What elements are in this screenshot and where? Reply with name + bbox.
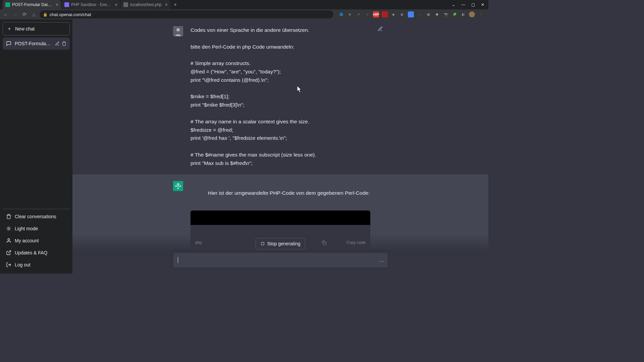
trash-icon (6, 214, 11, 219)
trash-icon[interactable] (62, 41, 66, 46)
ext-icon-5[interactable]: ▦ (425, 11, 431, 17)
chevron-down-icon[interactable]: ⌄ (452, 2, 455, 7)
svg-point-8 (383, 261, 384, 262)
tab-title: PHP Sandbox - Execute PHP cod (71, 2, 111, 7)
light-mode-button[interactable]: Light mode (3, 223, 70, 235)
logout-label: Log out (15, 262, 31, 267)
account-label: My account (15, 238, 39, 243)
new-tab-button[interactable]: + (171, 2, 179, 8)
edit-message-button[interactable] (378, 26, 388, 168)
side-panel-icon[interactable]: ◧ (460, 11, 466, 17)
conversation-item[interactable]: POST-Formular Daten v (3, 38, 70, 50)
send-button[interactable] (379, 259, 384, 264)
url-text: chat.openai.com/chat (50, 12, 91, 17)
ext-icon-3[interactable] (408, 11, 414, 17)
clear-label: Clear conversations (15, 214, 56, 219)
assistant-text: Hier ist der umgewandelte PHP-Code von d… (208, 190, 370, 196)
logout-icon (6, 262, 11, 267)
svg-point-7 (381, 261, 382, 262)
share-icon[interactable]: ↗ (356, 11, 362, 17)
main-content: Codes von einer Sprache in die andere üb… (72, 19, 488, 274)
puzzle-icon[interactable]: 🧩 (451, 11, 458, 17)
conversation-title: POST-Formular Daten v (15, 41, 52, 46)
stop-icon (261, 242, 265, 246)
abp-icon[interactable]: ABP (373, 11, 379, 17)
user-message: Codes von einer Sprache in die andere üb… (72, 19, 488, 174)
ext-icon-4[interactable]: ↓ (417, 11, 423, 17)
window-controls: ⌄ — ▢ ✕ (448, 2, 488, 7)
back-icon[interactable]: ← (2, 11, 9, 18)
forward-icon[interactable]: → (11, 11, 19, 18)
nav-bar: ← → ⟳ ⌂ 🔒 chat.openai.com/chat 🌐 ⊕ ↗ ☆ A… (0, 9, 488, 19)
external-link-icon (6, 250, 11, 255)
tab-bar: POST-Formular Daten verarbeite × PHP San… (0, 0, 488, 9)
menu-icon[interactable]: ⋮ (478, 11, 484, 17)
home-icon[interactable]: ⌂ (30, 11, 38, 18)
user-message-text: Codes von einer Sprache in die andere üb… (191, 26, 370, 168)
stop-generating-button[interactable]: Stop generating (256, 238, 306, 249)
my-account-button[interactable]: My account (3, 235, 70, 247)
message-input[interactable] (178, 257, 374, 263)
text-cursor-icon (178, 257, 178, 263)
ext-icon-2[interactable]: ◐ (399, 11, 405, 17)
zoom-icon[interactable]: ⊕ (347, 11, 353, 17)
stop-label: Stop generating (267, 241, 301, 246)
close-window-icon[interactable]: ✕ (481, 2, 484, 7)
svg-point-6 (380, 261, 380, 262)
favicon-icon (64, 2, 69, 7)
ext-icon-6[interactable]: ⬢ (434, 11, 440, 17)
ext-icon-1[interactable]: ◉ (390, 11, 396, 17)
user-avatar (173, 26, 183, 36)
svg-point-3 (176, 28, 180, 32)
plus-icon: ＋ (7, 26, 12, 32)
logout-button[interactable]: Log out (3, 259, 70, 271)
tab-title: localhost/test.php (130, 2, 161, 7)
sidebar-footer: Clear conversations Light mode My accoun… (3, 209, 70, 271)
new-chat-button[interactable]: ＋ New chat (3, 22, 70, 36)
browser-tab-2[interactable]: localhost/test.php × (121, 0, 170, 9)
new-chat-label: New chat (15, 26, 35, 32)
close-icon[interactable]: × (115, 2, 117, 7)
clear-conversations-button[interactable]: Clear conversations (3, 210, 70, 223)
edit-icon[interactable] (55, 41, 60, 46)
extension-icons: 🌐 ⊕ ↗ ☆ ABP ◉ ◐ ↓ ▦ ⬢ 📷 🧩 ◧ ⋮ (335, 11, 486, 17)
updates-label: Updates & FAQ (15, 250, 47, 255)
adblock-icon[interactable] (382, 11, 388, 17)
close-icon[interactable]: × (165, 2, 168, 7)
user-icon (6, 238, 11, 243)
bottom-area: Stop generating (72, 235, 488, 274)
url-bar[interactable]: 🔒 chat.openai.com/chat (40, 10, 333, 18)
light-mode-label: Light mode (15, 226, 38, 231)
message-input-container[interactable] (173, 253, 388, 267)
browser-tab-1[interactable]: PHP Sandbox - Execute PHP cod × (62, 0, 120, 9)
browser-chrome: POST-Formular Daten verarbeite × PHP San… (0, 0, 488, 19)
maximize-icon[interactable]: ▢ (471, 2, 475, 7)
updates-faq-button[interactable]: Updates & FAQ (3, 247, 70, 259)
svg-point-1 (8, 239, 9, 240)
tab-title: POST-Formular Daten verarbeite (12, 2, 52, 7)
app: ＋ New chat POST-Formular Daten v (0, 19, 488, 274)
browser-tab-0[interactable]: POST-Formular Daten verarbeite × (3, 0, 61, 9)
lock-icon: 🔒 (43, 12, 48, 17)
minimize-icon[interactable]: — (461, 2, 465, 7)
favicon-icon (5, 2, 10, 7)
translate-icon[interactable]: 🌐 (338, 11, 344, 17)
favicon-icon (123, 2, 128, 7)
svg-rect-5 (261, 242, 264, 245)
star-icon[interactable]: ☆ (364, 11, 370, 17)
profile-icon[interactable] (469, 11, 475, 17)
sun-icon (6, 226, 11, 231)
camera-icon[interactable]: 📷 (443, 11, 449, 17)
chat-icon (6, 41, 11, 46)
reload-icon[interactable]: ⟳ (21, 11, 28, 18)
sidebar: ＋ New chat POST-Formular Daten v (0, 19, 72, 274)
svg-point-0 (8, 228, 9, 229)
assistant-avatar (173, 181, 183, 191)
close-icon[interactable]: × (56, 2, 58, 7)
